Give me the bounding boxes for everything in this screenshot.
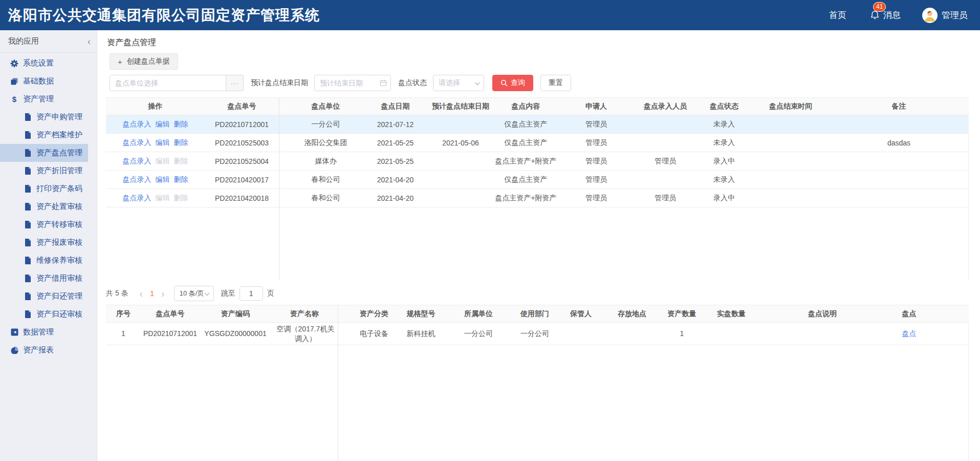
sidebar-item-system-settings[interactable]: 系统设置 bbox=[0, 54, 88, 72]
delete-link: 删除 bbox=[174, 194, 188, 202]
jump-page-input[interactable] bbox=[239, 286, 263, 301]
file-icon bbox=[24, 310, 32, 318]
cell-actual_quantity bbox=[706, 323, 756, 345]
cell-order_no: PD20210420018 bbox=[205, 189, 279, 207]
sidebar-item-label: 维修保养审核 bbox=[36, 256, 82, 265]
table-row: 盘点录入编辑删除PD20210420017春和公司2021-04-20仅盘点主资… bbox=[106, 171, 969, 189]
orders-col-7: 盘点录入人员 bbox=[635, 98, 696, 115]
sidebar-item-asset-scrap[interactable]: 资产报废审核 bbox=[0, 234, 88, 252]
cell-content: 盘点主资产+附资产 bbox=[494, 189, 558, 207]
nav-messages-link[interactable]: 41 消息 bbox=[870, 9, 901, 21]
app-root: 洛阳市公共交通集团有限公司固定资产管理系统 首页 41 消息 管理员 我的应用 … bbox=[0, 0, 980, 461]
delete-link[interactable]: 删除 bbox=[174, 175, 188, 183]
edit-link[interactable]: 编辑 bbox=[156, 175, 170, 183]
status-select[interactable]: 请选择 bbox=[433, 75, 484, 91]
orders-table: 操作盘点单号盘点单位盘点日期预计盘点结束日期盘点内容申请人盘点录入人员盘点状态盘… bbox=[106, 97, 969, 207]
cell-applicant: 管理员 bbox=[558, 115, 635, 134]
cell-remark: dasdas bbox=[829, 134, 969, 152]
cell-unit: 一分公司 bbox=[279, 115, 363, 134]
sidebar-item-base-data[interactable]: 基础数据 bbox=[0, 72, 88, 90]
reset-button[interactable]: 重置 bbox=[540, 75, 571, 91]
filter-bar: ··· 预计盘点结束日期 盘点状态 请选择 查询 重置 bbox=[110, 75, 980, 91]
cell-status: 未录入 bbox=[696, 171, 752, 189]
sidebar-item-maintenance-audit[interactable]: 维修保养审核 bbox=[0, 252, 88, 269]
file-icon bbox=[24, 149, 32, 157]
file-icon bbox=[24, 203, 32, 211]
cell-asset_name: 空调（2017.7机关调入） bbox=[271, 323, 338, 345]
cell-remark bbox=[829, 189, 969, 207]
top-header: 洛阳市公共交通集团有限公司固定资产管理系统 首页 41 消息 管理员 bbox=[0, 0, 980, 30]
inventory-action-link[interactable]: 盘点 bbox=[902, 329, 917, 338]
cell-keeper bbox=[555, 323, 606, 345]
orders-col-9: 盘点结束时间 bbox=[752, 98, 829, 115]
sidebar-item-label: 资产申购管理 bbox=[36, 112, 82, 122]
sidebar: 我的应用 ‹ 系统设置基础数据$资产管理资产申购管理资产档案维护资产盘点管理资产… bbox=[0, 30, 97, 461]
user-menu[interactable]: 管理员 bbox=[922, 8, 968, 23]
cell-unit: 洛阳公交集团 bbox=[279, 134, 363, 152]
cell-date: 2021-05-25 bbox=[363, 134, 427, 152]
copy-icon bbox=[10, 77, 18, 86]
table-row: 1PD20210712001YGSGDZ00000001空调（2017.7机关调… bbox=[106, 323, 969, 345]
header-row: 序号盘点单号资产编码资产名称资产分类规格型号所属单位使用部门保管人存放地点资产数… bbox=[106, 305, 969, 323]
sidebar-item-asset-purchase[interactable]: 资产申购管理 bbox=[0, 108, 88, 126]
sidebar-item-asset-return-mgmt[interactable]: 资产归还管理 bbox=[0, 287, 88, 305]
sidebar-item-asset-inventory[interactable]: 资产盘点管理 bbox=[0, 144, 88, 162]
table-row: 盘点录入编辑删除PD20210525004媒体办2021-05-25盘点主资产+… bbox=[106, 152, 969, 171]
inventory-entry-link[interactable]: 盘点录入 bbox=[123, 175, 151, 183]
cell-date: 2021-05-25 bbox=[363, 152, 427, 171]
inventory-entry-link[interactable]: 盘点录入 bbox=[123, 138, 151, 146]
sidebar-item-asset-borrow[interactable]: 资产借用审核 bbox=[0, 269, 88, 287]
nav-home-link[interactable]: 首页 bbox=[829, 9, 846, 21]
orders-col-4: 预计盘点结束日期 bbox=[427, 98, 494, 115]
delete-link[interactable]: 删除 bbox=[174, 138, 188, 146]
orders-col-3: 盘点日期 bbox=[363, 98, 427, 115]
cell-unit: 媒体办 bbox=[279, 152, 363, 171]
search-button[interactable]: 查询 bbox=[492, 75, 533, 91]
cell-content: 仅盘点主资产 bbox=[494, 171, 558, 189]
cell-actions: 盘点录入编辑删除 bbox=[106, 189, 205, 207]
topbar-nav: 首页 41 消息 管理员 bbox=[829, 8, 968, 23]
unit-select-input[interactable] bbox=[110, 75, 226, 91]
assets-col-10: 资产数量 bbox=[658, 305, 706, 323]
edit-link[interactable]: 编辑 bbox=[156, 120, 170, 128]
cell-note bbox=[756, 323, 865, 345]
message-count-badge: 41 bbox=[873, 2, 886, 12]
sidebar-item-asset-management[interactable]: $资产管理 bbox=[0, 90, 88, 108]
sidebar-item-asset-archive[interactable]: 资产档案维护 bbox=[0, 126, 88, 144]
sidebar-item-label: 资产折旧管理 bbox=[36, 166, 82, 176]
file-icon bbox=[24, 257, 32, 264]
assets-table-wrap: 序号盘点单号资产编码资产名称资产分类规格型号所属单位使用部门保管人存放地点资产数… bbox=[106, 305, 969, 461]
inventory-entry-link[interactable]: 盘点录入 bbox=[123, 194, 151, 202]
inventory-entry-link[interactable]: 盘点录入 bbox=[123, 120, 151, 128]
unit-picker-button[interactable]: ··· bbox=[226, 75, 244, 91]
prev-page-button[interactable]: ‹ bbox=[140, 288, 143, 299]
sidebar-collapse-icon[interactable]: ‹ bbox=[88, 36, 91, 46]
next-page-button[interactable]: › bbox=[161, 288, 165, 299]
calendar-icon bbox=[380, 79, 387, 87]
search-button-label: 查询 bbox=[511, 78, 525, 88]
sidebar-item-asset-depreciation[interactable]: 资产折旧管理 bbox=[0, 162, 88, 180]
sidebar-item-asset-reports[interactable]: 资产报表 bbox=[0, 341, 88, 359]
edit-link[interactable]: 编辑 bbox=[156, 138, 170, 146]
sidebar-item-data-management[interactable]: 数据管理 bbox=[0, 323, 88, 341]
current-page[interactable]: 1 bbox=[150, 289, 154, 298]
sidebar-item-asset-return-audit[interactable]: 资产归还审核 bbox=[0, 305, 88, 323]
create-inventory-button[interactable]: + 创建盘点单据 bbox=[110, 53, 178, 70]
cell-recorder: 管理员 bbox=[635, 152, 696, 171]
assets-col-6: 所属单位 bbox=[443, 305, 514, 323]
sidebar-item-print-barcode[interactable]: 打印资产条码 bbox=[0, 180, 88, 198]
cell-index: 1 bbox=[106, 323, 141, 345]
sidebar-item-asset-transfer[interactable]: 资产转移审核 bbox=[0, 216, 88, 234]
cell-applicant: 管理员 bbox=[558, 189, 635, 207]
data-icon bbox=[10, 328, 18, 336]
sidebar-item-asset-disposal[interactable]: 资产处置审核 bbox=[0, 198, 88, 216]
cell-use_dept: 一分公司 bbox=[514, 323, 555, 345]
cell-remark bbox=[829, 171, 969, 189]
cell-content: 仅盘点主资产 bbox=[494, 134, 558, 152]
delete-link[interactable]: 删除 bbox=[174, 120, 188, 128]
inventory-entry-link[interactable]: 盘点录入 bbox=[123, 157, 151, 165]
sidebar-item-label: 基础数据 bbox=[23, 76, 54, 86]
cell-expected_end: 2021-05-06 bbox=[427, 134, 494, 152]
gear-icon bbox=[10, 59, 18, 68]
page-size-select[interactable]: 10 条/页 bbox=[174, 286, 214, 301]
